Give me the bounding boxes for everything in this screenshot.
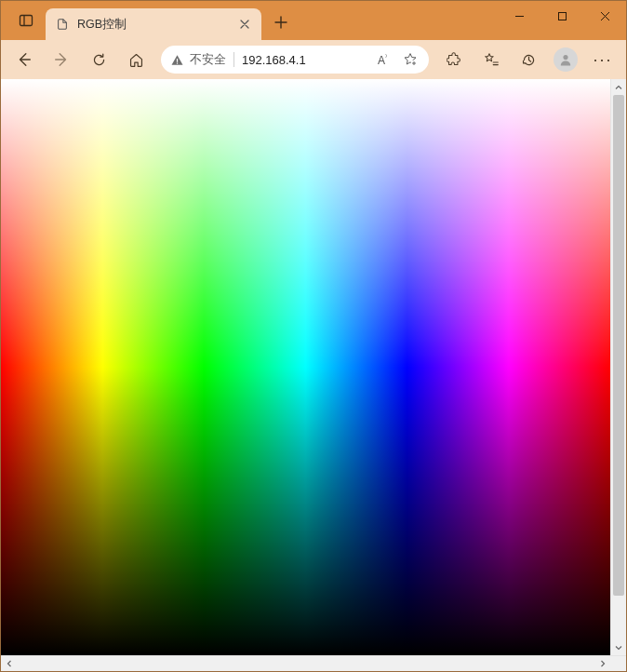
refresh-icon	[91, 52, 107, 68]
svg-rect-0	[20, 16, 33, 26]
window-controls	[498, 1, 626, 31]
history-button[interactable]	[511, 44, 546, 75]
close-icon	[240, 20, 249, 29]
favorites-button[interactable]	[474, 44, 509, 75]
scroll-down-button[interactable]	[611, 639, 626, 655]
read-aloud-button[interactable]: A⁾	[369, 47, 395, 72]
tab-active[interactable]: RGB控制	[46, 8, 261, 40]
avatar	[554, 47, 578, 72]
security-indicator[interactable]: 不安全	[170, 52, 226, 68]
home-icon	[128, 52, 144, 68]
tab-close-button[interactable]	[235, 15, 254, 34]
close-window-button[interactable]	[583, 1, 626, 31]
browser-window: RGB控制	[0, 0, 627, 672]
scrollbar-corner	[610, 656, 626, 671]
favorite-button[interactable]	[397, 47, 423, 72]
svg-rect-4	[177, 62, 178, 63]
tab-title: RGB控制	[77, 17, 228, 33]
close-icon	[600, 11, 610, 21]
vertical-scrollbar[interactable]	[610, 79, 626, 655]
titlebar: RGB控制	[1, 1, 626, 40]
omnibox-actions: A⁾	[369, 47, 423, 72]
page-viewport	[1, 79, 610, 655]
chevron-right-icon	[599, 660, 607, 667]
black-gradient-layer	[1, 79, 610, 655]
puzzle-icon	[447, 52, 462, 68]
tab-strip: RGB控制	[1, 1, 295, 40]
home-button[interactable]	[118, 44, 153, 75]
horizontal-scrollbar[interactable]	[1, 655, 626, 671]
history-icon	[521, 52, 537, 68]
content-body	[1, 79, 626, 655]
minimize-button[interactable]	[498, 1, 540, 31]
url-text: 192.168.4.1	[242, 53, 362, 67]
scroll-left-button[interactable]	[1, 656, 17, 671]
svg-point-6	[563, 55, 567, 60]
omnibox-separator	[233, 52, 234, 67]
warning-triangle-icon	[170, 53, 184, 67]
person-icon	[558, 52, 573, 67]
scrollbar-track[interactable]	[611, 95, 626, 639]
more-button[interactable]: ···	[585, 44, 620, 75]
arrow-right-icon	[53, 51, 70, 68]
svg-rect-2	[558, 12, 566, 20]
content-area	[1, 79, 626, 671]
profile-button[interactable]	[548, 44, 583, 75]
refresh-button[interactable]	[81, 44, 116, 75]
maximize-button[interactable]	[540, 1, 583, 31]
arrow-left-icon	[16, 51, 33, 68]
scrollbar-track-h[interactable]	[17, 656, 594, 671]
chevron-left-icon	[6, 660, 13, 667]
read-aloud-icon: A⁾	[378, 53, 387, 67]
new-tab-button[interactable]	[267, 8, 295, 36]
back-button[interactable]	[7, 44, 42, 75]
security-label: 不安全	[190, 52, 226, 68]
page-favicon-icon	[55, 17, 70, 32]
plus-icon	[274, 16, 287, 29]
toolbar: 不安全 192.168.4.1 A⁾	[1, 40, 626, 79]
forward-button[interactable]	[44, 44, 79, 75]
address-bar[interactable]: 不安全 192.168.4.1 A⁾	[161, 46, 429, 74]
scroll-up-button[interactable]	[611, 79, 626, 95]
scroll-right-button[interactable]	[594, 656, 610, 671]
svg-rect-3	[177, 59, 178, 62]
tab-actions-icon	[19, 13, 33, 28]
ellipsis-icon: ···	[593, 50, 612, 70]
scrollbar-thumb[interactable]	[613, 95, 624, 596]
chevron-down-icon	[615, 644, 622, 652]
chevron-up-icon	[615, 84, 622, 91]
minimize-icon	[514, 11, 525, 21]
star-plus-icon	[403, 52, 418, 67]
star-lines-icon	[484, 52, 500, 68]
extensions-button[interactable]	[436, 44, 472, 75]
maximize-icon	[557, 11, 567, 21]
rgb-color-picker[interactable]	[1, 79, 610, 655]
tab-actions-button[interactable]	[10, 7, 42, 34]
